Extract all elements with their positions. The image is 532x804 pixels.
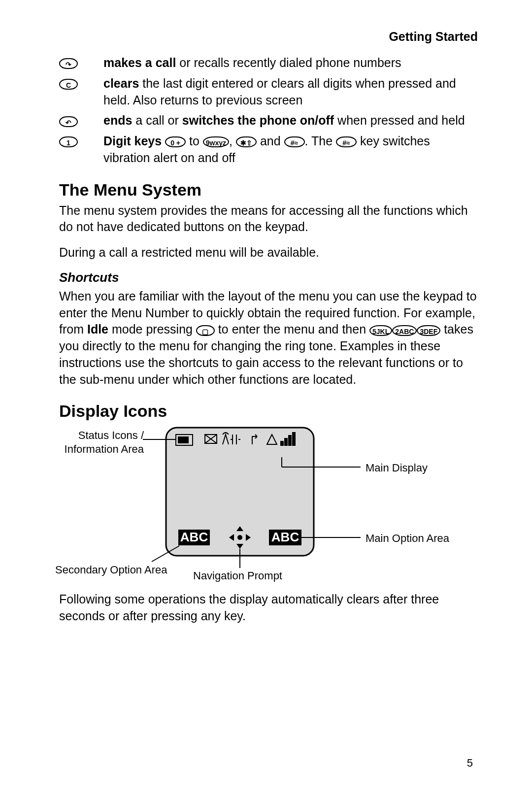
text: a call or: [132, 113, 182, 127]
text: ,: [229, 134, 236, 148]
nav-prompt-label: Navigation Prompt: [193, 569, 282, 583]
end-key-icon: ↶: [59, 112, 99, 129]
key-hash-icon: #≈: [284, 136, 305, 147]
section-header: Getting Started: [59, 30, 478, 44]
display-diagram: ABC ABC: [55, 423, 469, 580]
bold-text: ends: [103, 113, 132, 127]
display-icons-title: Display Icons: [59, 402, 478, 421]
text: to: [186, 134, 203, 148]
digit-key-glyph: 1: [59, 136, 78, 147]
svg-point-17: [237, 535, 242, 540]
key-hash-icon: #≈: [336, 136, 357, 147]
key-3-icon: 3DEF: [417, 325, 440, 336]
shortcuts-paragraph: When you are familiar with the layout of…: [59, 288, 478, 388]
bold-text: makes a call: [103, 56, 176, 69]
svg-rect-9: [289, 436, 291, 445]
page-number: 5: [467, 757, 473, 770]
page: Getting Started ↷ makes a call or recall…: [0, 0, 532, 804]
bold-text: Digit keys: [103, 134, 165, 148]
main-display-label: Main Display: [366, 461, 428, 475]
end-key-desc: ends a call or switches the phone on/off…: [103, 112, 478, 129]
text: to enter the menu and then: [215, 322, 369, 336]
text: the last digit entered or clears all dig…: [103, 76, 456, 107]
call-key-icon: ↷: [59, 55, 99, 71]
menu-system-title: The Menu System: [59, 180, 478, 200]
key-definitions: ↷ makes a call or recalls recently diale…: [59, 55, 478, 167]
shortcuts-title: Shortcuts: [59, 270, 478, 285]
svg-rect-10: [293, 433, 295, 445]
abc-right-text: ABC: [271, 530, 299, 544]
svg-rect-8: [285, 438, 287, 445]
bold-text: clears: [103, 76, 139, 90]
key-5-icon: 5JKL: [369, 325, 392, 336]
text: mode pressing: [108, 322, 196, 336]
call-key-glyph: ↷: [59, 58, 78, 69]
svg-rect-3: [178, 437, 188, 443]
clear-key-icon: C: [59, 75, 99, 109]
secondary-option-label: Secondary Option Area: [55, 563, 167, 577]
status-icons-label: Status Icons / Information Area: [55, 429, 144, 456]
text: and: [257, 134, 284, 148]
abc-left-text: ABC: [180, 530, 208, 544]
closing-paragraph: Following some operations the display au…: [59, 591, 478, 625]
end-key-glyph: ↶: [59, 116, 78, 127]
text: . The: [305, 134, 336, 148]
key-0-icon: 0 +: [165, 136, 186, 147]
key-2-icon: 2ABC: [392, 325, 417, 336]
main-option-label: Main Option Area: [366, 532, 449, 545]
menu-system-p2: During a call a restricted menu will be …: [59, 244, 478, 261]
bold-text: switches the phone on/off: [182, 113, 334, 127]
digit-key-icon: 1: [59, 133, 99, 167]
call-key-desc: makes a call or recalls recently dialed …: [103, 55, 478, 71]
digit-key-desc: Digit keys 0 + to 9wxyz, ✱⇧ and #≈. The …: [103, 133, 478, 167]
text: or recalls recently dialed phone numbers: [176, 56, 401, 69]
menu-system-p1: The menu system provides the means for a…: [59, 202, 478, 236]
clear-key-desc: clears the last digit entered or clears …: [103, 75, 478, 109]
menu-key-icon: ▢: [196, 325, 215, 336]
key-star-icon: ✱⇧: [236, 136, 257, 147]
key-9-icon: 9wxyz: [203, 136, 229, 147]
idle-bold: Idle: [87, 322, 108, 336]
text: when pressed and held: [334, 113, 465, 127]
svg-rect-7: [281, 441, 283, 445]
clear-key-glyph: C: [59, 79, 78, 90]
